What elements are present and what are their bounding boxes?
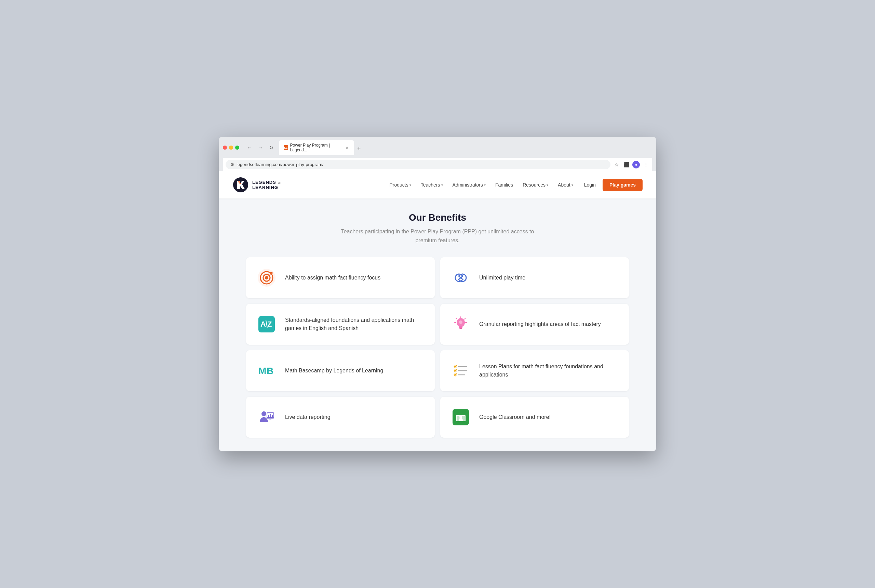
address-bar-row: ⚙ legendsoflearning.com/power-play-progr… bbox=[223, 158, 652, 171]
products-chevron-icon: ▾ bbox=[410, 183, 411, 187]
benefit-text-granular-reporting: Granular reporting highlights areas of f… bbox=[479, 320, 601, 328]
mb-icon: M B bbox=[256, 360, 278, 382]
reload-button[interactable]: ↻ bbox=[267, 143, 276, 152]
benefit-text-math-basecamp: Math Basecamp by Legends of Learning bbox=[285, 367, 383, 375]
benefit-text-standards-aligned: Standards-aligned foundations and applic… bbox=[285, 316, 425, 332]
play-games-button[interactable]: Play games bbox=[603, 179, 642, 191]
benefit-card-standards-aligned: A Z Standards-aligned foundations and ap… bbox=[246, 304, 435, 345]
benefit-card-lesson-plans: Lesson Plans for math fact fluency found… bbox=[440, 350, 629, 391]
svg-point-35 bbox=[459, 416, 462, 418]
minimize-button[interactable] bbox=[229, 146, 233, 150]
logo-icon bbox=[233, 177, 249, 193]
svg-point-17 bbox=[459, 321, 462, 324]
az-icon: A Z bbox=[256, 313, 278, 335]
nav-administrators[interactable]: Administrators ▾ bbox=[449, 179, 490, 190]
target-icon bbox=[256, 267, 278, 289]
page-content: LEGENDS OF LEARNING Products ▾ Teachers … bbox=[219, 171, 656, 451]
resources-chevron-icon: ▾ bbox=[546, 183, 548, 187]
svg-text:B: B bbox=[267, 366, 273, 376]
benefit-card-google-classroom: Google Classroom and more! bbox=[440, 397, 629, 438]
teachers-chevron-icon: ▾ bbox=[441, 183, 443, 187]
nav-links: Products ▾ Teachers ▾ Administrators ▾ F… bbox=[386, 179, 643, 191]
tab-favicon-icon: LL bbox=[284, 145, 288, 150]
active-tab[interactable]: LL Power Play Program | Legend... ✕ bbox=[279, 140, 354, 155]
about-chevron-icon: ▾ bbox=[572, 183, 573, 187]
svg-text:M: M bbox=[258, 366, 266, 376]
browser-chrome: ← → ↻ LL Power Play Program | Legend... … bbox=[219, 136, 656, 171]
navbar: LEGENDS OF LEARNING Products ▾ Teachers … bbox=[219, 171, 656, 198]
page-title: Our Benefits bbox=[246, 212, 629, 223]
benefit-card-assign-focus: Ability to assign math fact fluency focu… bbox=[246, 257, 435, 298]
nav-teachers[interactable]: Teachers ▾ bbox=[417, 179, 447, 190]
maximize-button[interactable] bbox=[235, 146, 239, 150]
nav-buttons: ← → ↻ bbox=[245, 143, 276, 152]
tab-close-button[interactable]: ✕ bbox=[345, 145, 349, 150]
administrators-chevron-icon: ▾ bbox=[484, 183, 486, 187]
menu-icon[interactable]: ⋮ bbox=[642, 161, 650, 168]
svg-line-14 bbox=[456, 318, 457, 319]
svg-text:Z: Z bbox=[267, 320, 272, 328]
logo-text: LEGENDS OF LEARNING bbox=[252, 180, 283, 190]
browser-window: ← → ↻ LL Power Play Program | Legend... … bbox=[219, 136, 656, 451]
svg-line-15 bbox=[464, 318, 465, 319]
nav-families[interactable]: Families bbox=[491, 179, 517, 190]
profile-icon[interactable]: ● bbox=[632, 161, 640, 168]
benefit-text-lesson-plans: Lesson Plans for math fact fluency found… bbox=[479, 363, 619, 379]
tab-bar: LL Power Play Program | Legend... ✕ + bbox=[279, 140, 364, 155]
benefit-card-unlimited-play: Unlimited play time bbox=[440, 257, 629, 298]
benefit-text-unlimited-play: Unlimited play time bbox=[479, 274, 525, 282]
svg-point-4 bbox=[265, 276, 268, 279]
page-subtitle: Teachers participating in the Power Play… bbox=[246, 227, 629, 244]
benefit-text-assign-focus: Ability to assign math fact fluency focu… bbox=[285, 274, 380, 282]
svg-text:A: A bbox=[260, 320, 266, 328]
nav-resources[interactable]: Resources ▾ bbox=[518, 179, 552, 190]
nav-about[interactable]: About ▾ bbox=[554, 179, 577, 190]
traffic-lights bbox=[223, 146, 239, 150]
login-link[interactable]: Login bbox=[579, 179, 601, 190]
bookmark-icon[interactable]: ☆ bbox=[613, 161, 620, 168]
classroom-icon bbox=[450, 406, 472, 428]
benefit-card-live-data: Live data reporting bbox=[246, 397, 435, 438]
tab-title: Power Play Program | Legend... bbox=[290, 143, 342, 152]
svg-rect-31 bbox=[272, 415, 273, 417]
svg-point-26 bbox=[261, 411, 266, 416]
infinity-icon bbox=[450, 267, 472, 289]
benefit-text-google-classroom: Google Classroom and more! bbox=[479, 413, 551, 421]
extensions-icon[interactable]: ⬛ bbox=[623, 161, 630, 168]
benefit-card-granular-reporting: Granular reporting highlights areas of f… bbox=[440, 304, 629, 345]
logo-area: LEGENDS OF LEARNING bbox=[233, 177, 283, 193]
toolbar-icons: ☆ ⬛ ● ⋮ bbox=[613, 161, 650, 168]
forward-button[interactable]: → bbox=[256, 143, 265, 152]
report-icon bbox=[256, 406, 278, 428]
main-content: Our Benefits Teachers participating in t… bbox=[219, 198, 656, 451]
new-tab-button[interactable]: + bbox=[354, 144, 364, 154]
nav-products[interactable]: Products ▾ bbox=[386, 179, 415, 190]
close-button[interactable] bbox=[223, 146, 227, 150]
back-button[interactable]: ← bbox=[245, 143, 254, 152]
benefits-grid: Ability to assign math fact fluency focu… bbox=[246, 257, 629, 438]
checklist-icon bbox=[450, 360, 472, 382]
svg-rect-30 bbox=[270, 414, 271, 417]
url-text: legendsoflearning.com/power-play-program… bbox=[237, 162, 323, 167]
svg-rect-11 bbox=[459, 328, 462, 328]
benefit-card-math-basecamp: M B Math Basecamp by Legends of Learning bbox=[246, 350, 435, 391]
lightbulb-icon bbox=[450, 313, 472, 335]
svg-rect-29 bbox=[268, 415, 269, 417]
benefit-text-live-data: Live data reporting bbox=[285, 413, 330, 421]
browser-controls: ← → ↻ LL Power Play Program | Legend... … bbox=[223, 140, 652, 155]
address-bar[interactable]: ⚙ legendsoflearning.com/power-play-progr… bbox=[225, 160, 611, 169]
